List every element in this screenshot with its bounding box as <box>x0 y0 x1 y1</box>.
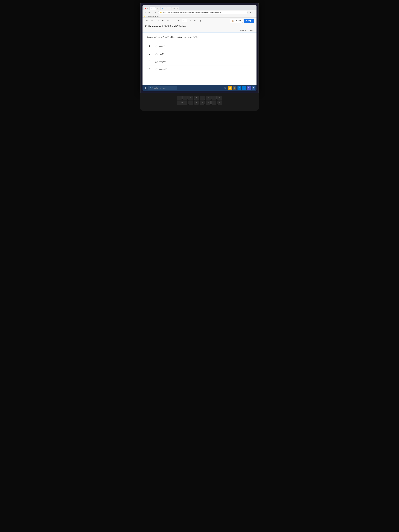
review-icon: 📋 <box>232 20 234 22</box>
browser-window: ● N C C CI C C CI AN ✕ <box>142 5 256 91</box>
start-button[interactable]: ⊞ <box>144 86 147 90</box>
prev-arrow[interactable]: ◄ <box>198 19 202 22</box>
choice-content-c: f(x) = ac(2b)x <box>155 60 166 63</box>
next-button[interactable]: Next ▶ <box>244 19 254 23</box>
bookmarks-bar: 📁 9-12 Approved Sites <box>142 15 256 18</box>
key-5[interactable]: 5 <box>200 96 205 100</box>
back-button[interactable]: ← <box>144 11 147 14</box>
key-4[interactable]: 4 <box>194 96 199 100</box>
q-num-14[interactable]: 14 <box>166 19 171 22</box>
q-num-12[interactable]: 12 <box>155 19 160 22</box>
key-tab[interactable]: Tab <box>177 101 187 105</box>
task-view-icon[interactable]: ⧉ <box>223 86 227 90</box>
search-icon: 🔍 <box>150 87 152 89</box>
bookmark-icon: 📁 <box>144 15 146 17</box>
menu-icon[interactable]: ⋮ <box>252 11 255 14</box>
screen-area: ● N C C CI C C CI AN ✕ <box>140 3 259 93</box>
q-num-16[interactable]: 16 <box>177 19 181 22</box>
lock-symbol: 🔒 <box>234 87 236 89</box>
task-view-symbol: ⧉ <box>224 87 226 89</box>
browser-toolbar: ← → ↺ ⌂ 🔒 https://login.achievementnetwo… <box>142 10 256 15</box>
key-2[interactable]: 2 <box>183 96 188 100</box>
content-area: 10 11 12 13 14 15 16 17 18 19 ◄ 📋 Review <box>142 18 256 85</box>
mail-icon[interactable]: ✉ <box>238 86 241 90</box>
choice-letter-b: B <box>149 52 153 55</box>
q-num-15[interactable]: 15 <box>171 19 176 22</box>
question-nav-bar: 10 11 12 13 14 15 16 17 18 19 ◄ 📋 Review <box>142 18 256 24</box>
fullscreen-button[interactable]: ⛶ Full S <box>248 30 254 32</box>
question-prompt: If p(x) = abx and q(x) = cbx, which func… <box>147 36 252 39</box>
q-num-18[interactable]: 18 <box>187 19 192 22</box>
search-placeholder: Type here to search <box>152 87 166 89</box>
refresh-button[interactable]: ↺ <box>151 11 154 14</box>
extensions-icon[interactable]: ⊞ <box>249 11 252 14</box>
fullscreen-label: Full S <box>250 30 254 32</box>
question-body: If p(x) = abx and q(x) = cbx, which func… <box>142 32 256 85</box>
word-symbol: W <box>253 87 254 89</box>
next-label: Next ▶ <box>246 20 252 22</box>
lock-app-icon[interactable]: 🔒 <box>233 86 236 90</box>
review-button[interactable]: 📋 Review <box>230 19 243 23</box>
browser-tab-c2[interactable]: C C <box>161 7 167 10</box>
teams-icon[interactable]: T <box>247 86 251 90</box>
choice-letter-c: C <box>149 60 153 63</box>
q-num-10[interactable]: 10 <box>145 19 149 22</box>
laptop-frame: ● N C C CI C C CI AN ✕ <box>140 3 259 111</box>
teams-symbol: T <box>248 87 249 89</box>
key-e[interactable]: E <box>200 101 205 105</box>
home-button[interactable]: ⌂ <box>155 11 157 14</box>
key-3[interactable]: 3 <box>188 96 193 100</box>
choice-content-a: f(x) = acb2x <box>155 45 165 48</box>
url-text: https://login.achievementnetwork.org/tut… <box>163 12 221 13</box>
file-explorer-icon[interactable]: 📁 <box>228 86 232 90</box>
key-row-qwerty: Tab Q W E R T Y <box>144 101 255 105</box>
key-7[interactable]: 7 <box>211 96 216 100</box>
keyboard-area: 1 2 3 4 5 6 7 8 Tab Q W E R T Y <box>140 93 259 111</box>
key-8[interactable]: 8 <box>217 96 222 100</box>
edge-icon[interactable]: e <box>242 86 246 90</box>
mail-symbol: ✉ <box>239 87 240 89</box>
browser-tab-an[interactable]: AN ✕ <box>172 7 179 10</box>
q-num-17[interactable]: 17 <box>182 19 186 22</box>
key-row-numbers: 1 2 3 4 5 6 7 8 <box>144 96 255 100</box>
key-t[interactable]: T <box>211 101 216 105</box>
fullscreen-icon: ⛶ <box>248 30 250 32</box>
choice-content-d: f(x) = ac(2b)2x <box>155 68 167 70</box>
browser-tab-ci[interactable]: CI <box>156 7 160 10</box>
answer-choice-a[interactable]: A f(x) = acb2x <box>147 43 252 50</box>
choice-letter-a: A <box>149 45 153 48</box>
word-icon[interactable]: W <box>252 86 255 90</box>
progress-info: 17 of 19 ⛶ Full S <box>142 29 256 32</box>
answer-choice-d[interactable]: D f(x) = ac(2b)2x <box>147 65 252 73</box>
lock-icon: 🔒 <box>160 12 162 13</box>
toolbar-action-icons: ⊞ ⋮ <box>249 11 255 14</box>
folder-icon: 📁 <box>229 87 231 89</box>
progress-text: 17 of 19 <box>240 29 246 32</box>
browser-tab-c[interactable]: C C <box>150 7 156 10</box>
tab-close-icon[interactable]: ✕ <box>177 8 178 9</box>
key-w[interactable]: W <box>194 101 199 105</box>
assignment-title: A1 Math Algebra II 20-21 Form MT Online <box>145 25 254 28</box>
taskbar-search[interactable]: 🔍 Type here to search <box>148 86 177 90</box>
choice-content-b: f(x) = acb2x <box>155 53 165 55</box>
edge-symbol: e <box>244 87 245 89</box>
answer-choice-c[interactable]: C f(x) = ac(2b)x <box>147 58 252 65</box>
answer-choice-b[interactable]: B f(x) = acb2x <box>147 50 252 58</box>
key-q[interactable]: Q <box>188 101 193 105</box>
nav-buttons: ← → ↺ ⌂ <box>144 11 157 14</box>
key-y[interactable]: Y <box>217 101 222 105</box>
q-num-13[interactable]: 13 <box>161 19 165 22</box>
forward-button[interactable]: → <box>147 11 151 14</box>
key-1[interactable]: 1 <box>177 96 182 100</box>
answer-choices: A f(x) = acb2x B f(x) = acb2x <box>147 43 252 73</box>
key-r[interactable]: R <box>206 101 211 105</box>
key-6[interactable]: 6 <box>206 96 211 100</box>
address-bar[interactable]: 🔒 https://login.achievementnetwork.org/t… <box>158 11 247 14</box>
taskbar-icons: ⧉ 📁 🔒 ✉ e T <box>223 86 255 90</box>
browser-tab-ci2[interactable]: CI <box>167 7 171 10</box>
bookmark-label[interactable]: 9-12 Approved Sites <box>146 15 159 17</box>
q-num-19[interactable]: 19 <box>193 19 197 22</box>
browser-tabs: ● N C C CI C C CI AN ✕ <box>142 5 256 10</box>
q-num-11[interactable]: 11 <box>150 19 154 22</box>
browser-tab-n[interactable]: ● N <box>144 7 149 10</box>
